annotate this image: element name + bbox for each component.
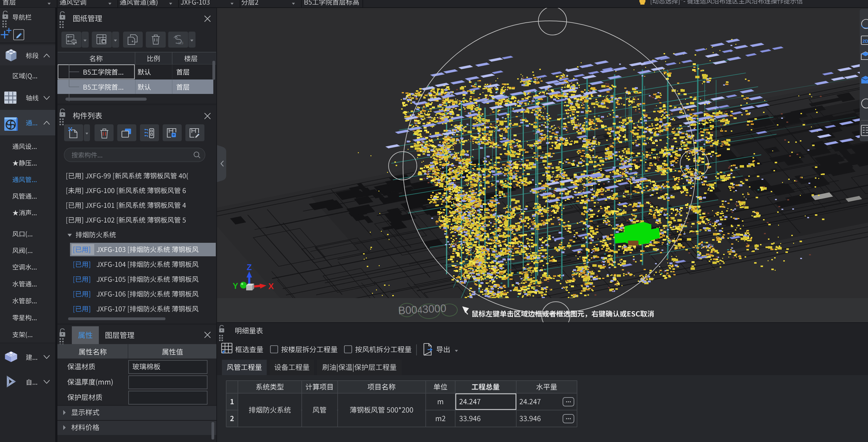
svg-text:2D: 2D	[863, 38, 868, 43]
svg-text:Z: Z	[247, 263, 252, 272]
svg-text:X: X	[268, 282, 274, 291]
svg-text:B0043000: B0043000	[398, 302, 446, 316]
svg-text:Y: Y	[232, 281, 238, 291]
svg-text:123: 123	[178, 41, 184, 45]
